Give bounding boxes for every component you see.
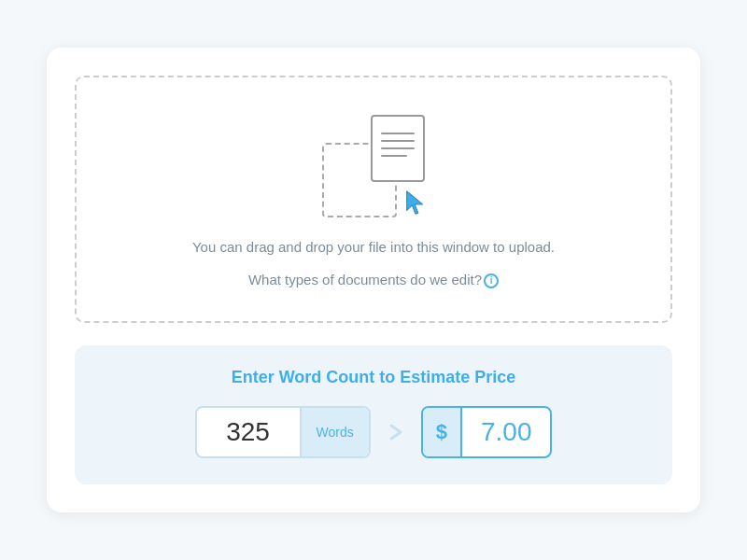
drop-zone-icon xyxy=(322,115,425,217)
price-value: 7.00 xyxy=(462,408,551,456)
words-label: Words xyxy=(300,408,369,456)
word-input-group: Words xyxy=(195,406,371,458)
doc-types-text: What types of documents do we edit?i xyxy=(248,272,499,288)
section-title: Enter Word Count to Estimate Price xyxy=(232,368,516,387)
main-card: You can drag and drop your file into thi… xyxy=(47,48,700,512)
info-icon: i xyxy=(484,273,499,288)
cursor-icon xyxy=(402,189,429,216)
price-display: $ 7.00 xyxy=(421,406,553,458)
currency-symbol: $ xyxy=(423,408,462,456)
word-count-row: Words $ 7.00 xyxy=(195,406,553,458)
arrow-icon xyxy=(386,422,406,442)
doc-types-link[interactable]: i xyxy=(482,272,499,287)
word-count-section: Enter Word Count to Estimate Price Words… xyxy=(75,345,672,484)
svg-marker-5 xyxy=(407,191,423,214)
drop-text: You can drag and drop your file into thi… xyxy=(192,236,555,259)
word-count-input[interactable] xyxy=(197,408,300,456)
drop-zone[interactable]: You can drag and drop your file into thi… xyxy=(75,76,672,323)
document-icon xyxy=(371,115,425,182)
